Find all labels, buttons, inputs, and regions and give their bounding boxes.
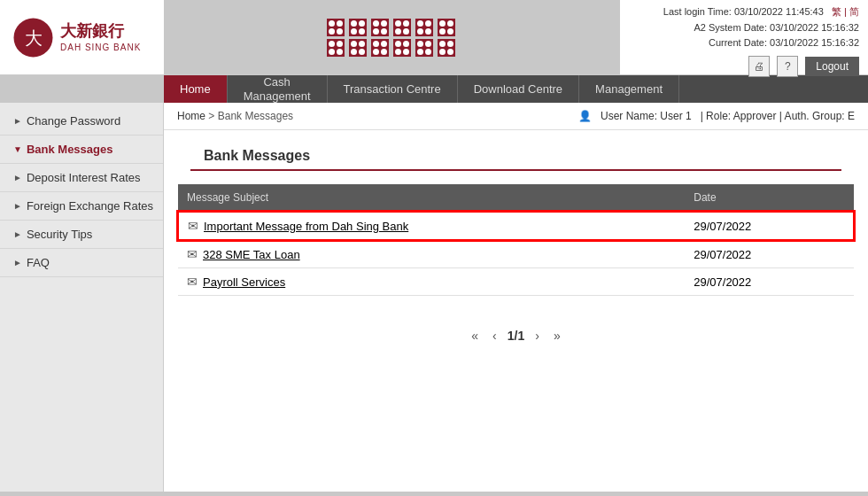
message-date: 29/07/2022: [685, 240, 854, 268]
arrow-icon: ►: [13, 229, 22, 239]
message-link[interactable]: 328 SME Tax Loan: [203, 248, 300, 261]
message-date: 29/07/2022: [685, 268, 854, 296]
page-first[interactable]: «: [468, 327, 482, 345]
messages-table: Message Subject Date ✉ Important Message…: [177, 184, 855, 296]
logo-area: 大 大新銀行 DAH SING BANK: [0, 0, 164, 74]
user-info: 👤 User Name: User 1 | Role: Approver | A…: [578, 110, 855, 122]
header-pattern-area: [164, 0, 620, 74]
breadcrumb: Home > Bank Messages: [177, 110, 293, 122]
arrow-icon: ▼: [13, 144, 22, 154]
nav-bar: Home Cash Management Transaction Centre …: [164, 75, 868, 103]
nav-cash-management[interactable]: Cash Management: [228, 75, 328, 103]
message-link[interactable]: Important Message from Dah Sing Bank: [204, 220, 408, 233]
page-current: 1/1: [508, 329, 524, 343]
header-right: Last login Time: 03/10/2022 11:45:43 繁 |…: [620, 0, 868, 74]
message-icon: ✉: [187, 247, 198, 261]
bank-logo-icon: 大: [13, 18, 53, 58]
sidebar-item-faq[interactable]: ► FAQ: [0, 249, 163, 277]
col-subject: Message Subject: [178, 184, 685, 212]
svg-text:大: 大: [25, 28, 43, 48]
logo-text: 大新銀行 DAH SING BANK: [60, 21, 141, 53]
page-title: Bank Messages: [204, 148, 828, 164]
nav-management[interactable]: Management: [579, 75, 679, 103]
sidebar: ► Change Password ▼ Bank Messages ► Depo…: [0, 103, 164, 492]
user-icon: 👤: [578, 110, 592, 122]
table-row[interactable]: ✉ Important Message from Dah Sing Bank 2…: [178, 212, 854, 240]
page-prev[interactable]: ‹: [489, 327, 500, 345]
sidebar-item-foreign-exchange-rates[interactable]: ► Foreign Exchange Rates: [0, 192, 163, 221]
sidebar-item-deposit-interest-rates[interactable]: ► Deposit Interest Rates: [0, 164, 163, 192]
nav-transaction-centre[interactable]: Transaction Centre: [328, 75, 458, 103]
page-title-bar: Bank Messages: [190, 139, 841, 171]
logout-button[interactable]: Logout: [805, 57, 859, 76]
arrow-icon: ►: [13, 258, 22, 267]
col-date: Date: [685, 184, 854, 212]
table-row[interactable]: ✉ 328 SME Tax Loan 29/07/2022: [178, 240, 854, 268]
sidebar-item-bank-messages[interactable]: ▼ Bank Messages: [0, 136, 163, 164]
arrow-icon: ►: [13, 116, 22, 126]
print-icon[interactable]: 🖨: [748, 56, 770, 77]
pagination: « ‹ 1/1 › »: [164, 309, 868, 362]
sidebar-item-security-tips[interactable]: ► Security Tips: [0, 221, 163, 249]
page-next[interactable]: ›: [531, 327, 543, 345]
login-info: Last login Time: 03/10/2022 11:45:43 繁 |…: [663, 4, 859, 51]
main-content: Home > Bank Messages 👤 User Name: User 1…: [164, 103, 868, 492]
arrow-icon: ►: [13, 173, 22, 182]
message-date: 29/07/2022: [685, 212, 854, 240]
help-icon[interactable]: ?: [777, 56, 798, 77]
arrow-icon: ►: [13, 201, 22, 211]
message-icon: ✉: [188, 219, 198, 233]
message-link[interactable]: Payroll Services: [203, 275, 285, 289]
page-last[interactable]: »: [550, 327, 564, 345]
nav-home[interactable]: Home: [164, 75, 228, 103]
breadcrumb-bar: Home > Bank Messages 👤 User Name: User 1…: [164, 103, 868, 130]
message-icon: ✉: [187, 275, 198, 289]
table-row[interactable]: ✉ Payroll Services 29/07/2022: [178, 268, 854, 296]
sidebar-item-change-password[interactable]: ► Change Password: [0, 107, 163, 136]
breadcrumb-home[interactable]: Home: [177, 110, 205, 122]
nav-download-centre[interactable]: Download Centre: [458, 75, 579, 103]
